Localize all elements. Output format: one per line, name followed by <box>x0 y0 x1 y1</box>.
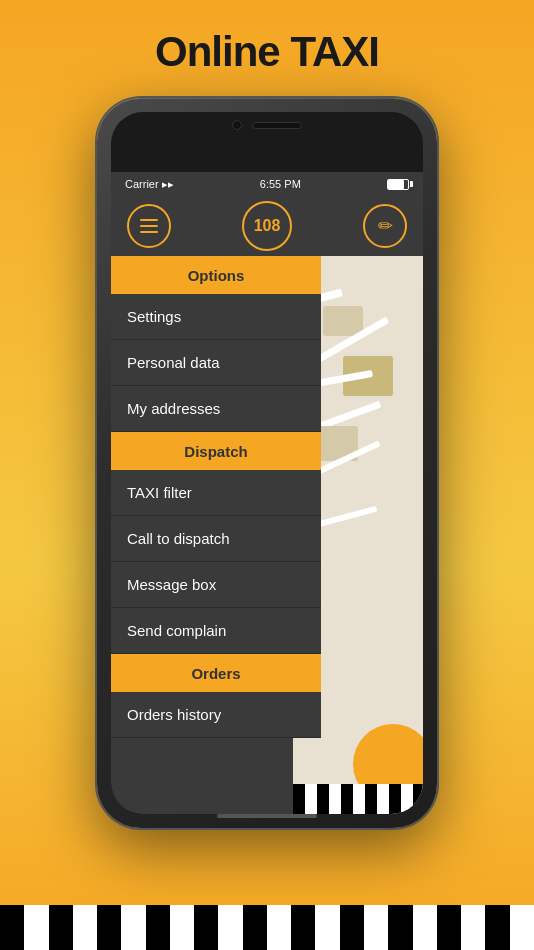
phone-camera <box>232 120 242 130</box>
menu-button[interactable] <box>127 204 171 248</box>
carrier-info: Carrier ▸▸ <box>125 178 174 191</box>
menu-item-send-complain[interactable]: Send complain <box>111 608 321 654</box>
edit-icon: ✏ <box>378 215 393 237</box>
menu-item-message-box[interactable]: Message box <box>111 562 321 608</box>
map-block <box>323 306 363 336</box>
battery-icon <box>387 179 409 190</box>
bottom-checker: // Generate checker cells const checker … <box>0 905 534 950</box>
section-header-orders: Orders <box>111 654 321 692</box>
phone-speaker <box>252 122 302 129</box>
counter-button[interactable]: 108 <box>242 201 292 251</box>
edit-button[interactable]: ✏ <box>363 204 407 248</box>
phone-mockup: Carrier ▸▸ 6:55 PM <box>97 98 437 858</box>
counter-value: 108 <box>254 217 281 235</box>
menu-item-personal-data[interactable]: Personal data <box>111 340 321 386</box>
home-indicator <box>217 814 317 818</box>
phone-top-bar <box>232 120 302 130</box>
page-title: Online TAXI <box>155 28 379 76</box>
menu-item-settings[interactable]: Settings <box>111 294 321 340</box>
phone-shell: Carrier ▸▸ 6:55 PM <box>97 98 437 828</box>
header-bar: 108 ✏ <box>111 196 423 256</box>
hamburger-icon <box>140 219 158 233</box>
menu-item-orders-history[interactable]: Orders history <box>111 692 321 738</box>
carrier-text: Carrier <box>125 178 159 190</box>
menu-item-my-addresses[interactable]: My addresses <box>111 386 321 432</box>
screen: Carrier ▸▸ 6:55 PM <box>111 172 423 814</box>
status-bar: Carrier ▸▸ 6:55 PM <box>111 172 423 196</box>
menu-item-call-dispatch[interactable]: Call to dispatch <box>111 516 321 562</box>
section-header-dispatch: Dispatch <box>111 432 321 470</box>
status-time: 6:55 PM <box>260 178 301 190</box>
menu-list: Options Settings Personal data My addres… <box>111 256 321 814</box>
section-header-options: Options <box>111 256 321 294</box>
wifi-icon: ▸▸ <box>162 178 174 191</box>
menu-item-taxi-filter[interactable]: TAXI filter <box>111 470 321 516</box>
phone-bezel: Carrier ▸▸ 6:55 PM <box>111 112 423 814</box>
battery-fill <box>388 180 404 189</box>
